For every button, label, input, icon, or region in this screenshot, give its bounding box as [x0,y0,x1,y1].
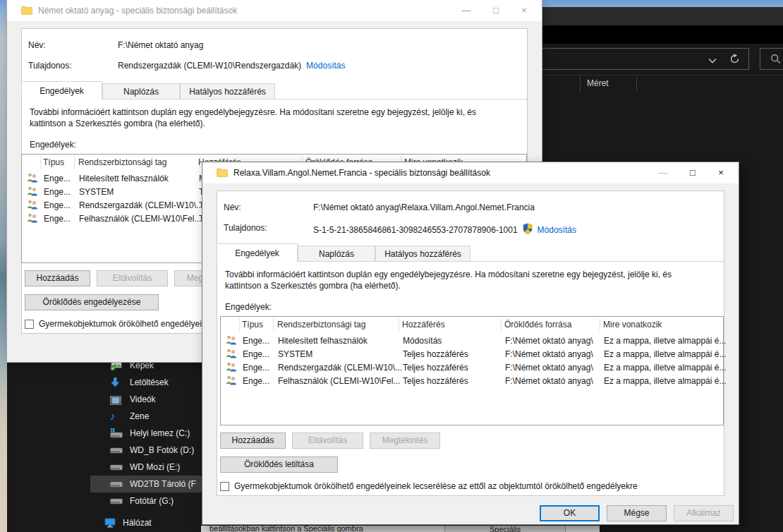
drive-icon [110,428,122,439]
col-principal[interactable]: Rendszerbiztonsági tag [78,157,166,167]
background-dialog-text: beállításokban kattintson a Speciális go… [210,526,363,532]
sidebar-item-label: Hálózat [123,518,152,528]
close-button[interactable]: × [709,162,733,183]
permissions-description: További információért kattintson duplán … [30,107,510,129]
permission-row[interactable]: Enge... SYSTEM Teljes hozzáférés F:\Néme… [221,347,722,361]
close-button[interactable]: × [512,0,536,21]
col-type[interactable]: Típus [242,320,263,330]
sidebar-item-drive-c[interactable]: Helyi lemez (C:) [90,425,205,442]
sidebar-item-network[interactable]: Hálózat [90,514,205,531]
change-owner-link[interactable]: Módosítás [538,225,576,235]
chevron-down-icon[interactable] [708,56,717,66]
drive-icon [110,478,122,490]
cell-principal: Hitelesített felhasználók [79,174,169,183]
search-box[interactable] [760,48,783,70]
sidebar-item-videos[interactable]: Videók [90,391,205,408]
column-header-size[interactable]: Méret [587,78,609,88]
cell-principal: Rendszergazdák (CLEMI-W10\... [79,200,203,210]
cell-inherited-from: F:\Német oktató anyag\ [505,336,593,346]
view-button[interactable]: Megtekintés [370,433,440,449]
permissions-list-label: Engedélyek: [30,140,76,150]
uac-shield-icon [523,223,533,236]
header-separator [273,318,274,331]
sidebar-item-label: WD_B Fotók (D:) [130,445,194,455]
col-principal[interactable]: Rendszerbiztonsági tag [277,320,365,330]
column-separator [580,76,581,92]
dialog-titlebar[interactable]: Német oktató anyag - speciális biztonság… [7,0,542,21]
minimize-button[interactable]: — [454,0,478,21]
cell-type: Enge... [44,200,71,210]
dialog-titlebar[interactable]: Relaxa.Villam.Angol.Nemet.Francia - spec… [202,162,739,183]
sidebar-item-label: Helyi lemez (C:) [130,428,190,438]
enable-inheritance-button[interactable]: Öröklődés engedélyezése [25,294,159,310]
sidebar-item-label: Letöltések [130,377,169,387]
sidebar-item-label: Fotótár (G:) [130,496,174,506]
replace-child-permissions-checkbox[interactable] [25,320,34,329]
disable-inheritance-button[interactable]: Öröklődés letiltása [220,457,338,473]
sidebar-item-drive-e[interactable]: WD Mozi (E:) [90,459,205,476]
replace-child-permissions-label[interactable]: Gyermekobjektumok örökölhető engedélyein… [234,481,638,491]
owner-value: S-1-5-21-3865846861-3098246553-270787890… [313,225,518,235]
col-applies-to[interactable]: Mire vonatkozik [603,320,662,330]
refresh-icon[interactable] [729,54,740,66]
user-group-icon [27,186,38,198]
replace-child-permissions-checkbox[interactable] [220,482,229,491]
dialog-title: Német oktató anyag - speciális biztonság… [38,0,237,21]
sidebar-item-label: WD Mozi (E:) [130,462,180,472]
user-group-icon [27,213,38,225]
cell-principal: Hitelesített felhasználók [278,336,368,346]
maximize-button[interactable]: □ [681,162,705,183]
background-dialog-sliver: beállításokban kattintson a Speciális go… [201,526,600,532]
change-owner-link[interactable]: Módosítás [306,61,345,71]
ok-button[interactable]: OK [540,505,600,521]
name-label: Név: [28,40,46,50]
network-icon [104,517,116,528]
permission-row[interactable]: Enge... Felhasználók (CLEMI-W10\Fel... T… [221,374,722,387]
sidebar-item-drive-f[interactable]: WD2TB Tároló (F [90,476,205,492]
remove-button[interactable]: Eltávolítás [97,270,168,286]
sidebar-item-drive-d[interactable]: WD_B Fotók (D:) [90,442,205,459]
minimize-button[interactable]: — [651,162,675,183]
cell-principal: Felhasználók (CLEMI-W10\Fel... [278,376,400,386]
sidebar-item-music[interactable]: ♪ Zene [90,408,205,425]
cell-principal: Rendszergazdák (CLEMI-W10\... [278,363,402,373]
owner-label: Tulajdonos: [224,223,267,233]
cell-applies-to: Ez a mappa, illetve almappái é... [604,376,726,386]
cancel-button[interactable]: Mégse [607,505,667,521]
cell-access: Teljes hozzáférés [403,376,468,386]
remove-button[interactable]: Eltávolítás [292,433,363,449]
permission-row[interactable]: Enge... Rendszergazdák (CLEMI-W10\... Te… [221,361,722,374]
background-special-button[interactable]: Speciális [444,526,566,532]
header-separator [239,318,240,331]
cell-type: Enge... [243,336,269,346]
tab-effective-access[interactable]: Hatályos hozzáférés [180,83,275,99]
sidebar-item-downloads[interactable]: Letöltések [90,374,205,391]
videos-icon [110,394,122,405]
cell-principal: SYSTEM [278,349,312,359]
tab-auditing[interactable]: Naplózás [102,83,180,99]
tab-auditing[interactable]: Naplózás [298,246,375,262]
cell-access: Teljes hozzáférés [403,349,468,359]
maximize-button[interactable]: □ [484,0,508,21]
add-button[interactable]: Hozzáadás [25,270,90,286]
folder-icon [21,6,32,17]
cell-principal: SYSTEM [79,187,114,197]
permission-row[interactable]: Enge... Hitelesített felhasználók Módosí… [221,334,722,347]
name-value: F:\Német oktató anyag [118,40,203,50]
tab-effective-access[interactable]: Hatályos hozzáférés [375,246,471,262]
col-access[interactable]: Hozzáférés [402,320,445,330]
add-button[interactable]: Hozzáadás [220,433,286,449]
cell-inherited-from: F:\Német oktató anyag\ [505,376,593,386]
tab-permissions[interactable]: Engedélyek [217,243,298,262]
tab-permissions[interactable]: Engedélyek [21,81,102,99]
apply-button[interactable]: Alkalmaz [674,505,734,521]
search-icon [770,54,781,64]
col-type[interactable]: Típus [43,157,64,167]
owner-label: Tulajdonos: [28,61,72,71]
sidebar-item-label: Videók [130,394,155,404]
owner-value: Rendszergazdák (CLEMI-W10\Rendszergazdák… [118,61,301,71]
column-separator [636,76,637,92]
sidebar-item-drive-g[interactable]: Fotótár (G:) [90,492,205,509]
col-inherited-from[interactable]: Öröklődés forrása [504,320,571,330]
user-group-icon [226,375,237,387]
